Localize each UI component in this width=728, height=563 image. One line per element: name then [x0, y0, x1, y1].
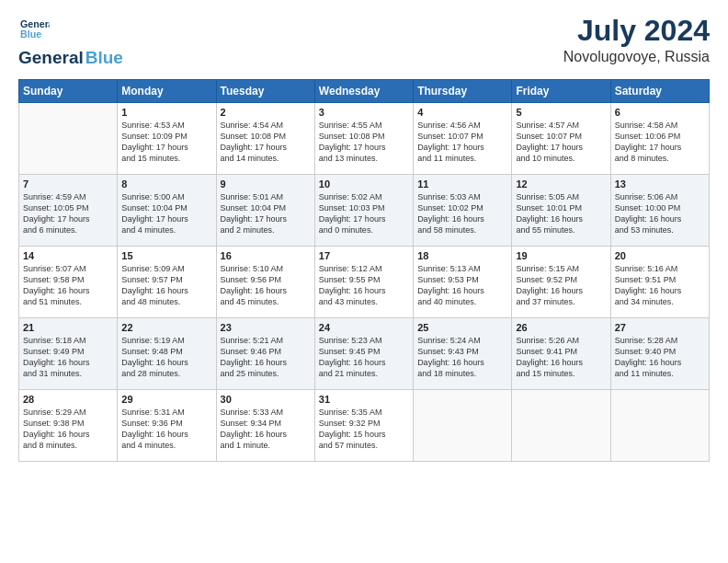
day-info: Sunrise: 5:31 AM Sunset: 9:36 PM Dayligh… [121, 407, 211, 452]
calendar-cell: 19Sunrise: 5:15 AM Sunset: 9:52 PM Dayli… [512, 247, 610, 318]
calendar-cell: 16Sunrise: 5:10 AM Sunset: 9:56 PM Dayli… [216, 247, 314, 318]
weekday-header-friday: Friday [512, 80, 610, 103]
day-number: 1 [121, 107, 211, 118]
calendar-cell: 5Sunrise: 4:57 AM Sunset: 10:07 PM Dayli… [512, 103, 610, 175]
day-number: 3 [319, 107, 409, 118]
day-number: 23 [221, 322, 311, 333]
calendar-cell: 4Sunrise: 4:56 AM Sunset: 10:07 PM Dayli… [414, 103, 512, 175]
day-number: 15 [121, 250, 211, 261]
calendar-cell: 8Sunrise: 5:00 AM Sunset: 10:04 PM Dayli… [118, 175, 216, 247]
weekday-header-thursday: Thursday [414, 80, 512, 103]
calendar-cell [610, 390, 709, 462]
day-info: Sunrise: 4:53 AM Sunset: 10:09 PM Daylig… [121, 120, 211, 165]
calendar-cell: 11Sunrise: 5:03 AM Sunset: 10:02 PM Dayl… [414, 175, 512, 247]
calendar-week-row: 14Sunrise: 5:07 AM Sunset: 9:58 PM Dayli… [19, 247, 710, 318]
day-info: Sunrise: 5:29 AM Sunset: 9:38 PM Dayligh… [23, 407, 113, 452]
day-number: 24 [319, 322, 409, 333]
day-info: Sunrise: 5:00 AM Sunset: 10:04 PM Daylig… [121, 191, 211, 236]
day-info: Sunrise: 5:16 AM Sunset: 9:51 PM Dayligh… [615, 263, 705, 308]
day-info: Sunrise: 5:28 AM Sunset: 9:40 PM Dayligh… [615, 335, 705, 380]
calendar-cell: 9Sunrise: 5:01 AM Sunset: 10:04 PM Dayli… [216, 175, 314, 247]
day-info: Sunrise: 4:54 AM Sunset: 10:08 PM Daylig… [221, 120, 311, 165]
weekday-header-monday: Monday [118, 80, 216, 103]
day-info: Sunrise: 5:26 AM Sunset: 9:41 PM Dayligh… [516, 335, 606, 380]
calendar-week-row: 28Sunrise: 5:29 AM Sunset: 9:38 PM Dayli… [19, 390, 710, 462]
day-number: 28 [23, 394, 113, 405]
day-number: 19 [516, 250, 606, 261]
day-info: Sunrise: 5:21 AM Sunset: 9:46 PM Dayligh… [221, 335, 311, 380]
day-info: Sunrise: 5:05 AM Sunset: 10:01 PM Daylig… [516, 191, 606, 236]
calendar-cell: 28Sunrise: 5:29 AM Sunset: 9:38 PM Dayli… [19, 390, 118, 462]
day-info: Sunrise: 4:55 AM Sunset: 10:08 PM Daylig… [319, 120, 409, 165]
calendar-cell [512, 390, 610, 462]
weekday-header-tuesday: Tuesday [216, 80, 314, 103]
weekday-header-saturday: Saturday [610, 80, 709, 103]
day-info: Sunrise: 5:24 AM Sunset: 9:43 PM Dayligh… [417, 335, 507, 380]
calendar-cell: 26Sunrise: 5:26 AM Sunset: 9:41 PM Dayli… [512, 318, 610, 390]
day-info: Sunrise: 5:09 AM Sunset: 9:57 PM Dayligh… [121, 263, 211, 308]
day-number: 30 [221, 394, 311, 405]
day-info: Sunrise: 5:10 AM Sunset: 9:56 PM Dayligh… [221, 263, 311, 308]
calendar-cell: 10Sunrise: 5:02 AM Sunset: 10:03 PM Dayl… [314, 175, 413, 247]
calendar-cell: 31Sunrise: 5:35 AM Sunset: 9:32 PM Dayli… [314, 390, 413, 462]
logo-blue: Blue [85, 48, 123, 68]
day-number: 5 [516, 107, 606, 118]
day-number: 18 [417, 250, 507, 261]
calendar-cell: 15Sunrise: 5:09 AM Sunset: 9:57 PM Dayli… [118, 247, 216, 318]
calendar-cell [19, 103, 118, 175]
calendar-cell: 12Sunrise: 5:05 AM Sunset: 10:01 PM Dayl… [512, 175, 610, 247]
calendar-cell: 20Sunrise: 5:16 AM Sunset: 9:51 PM Dayli… [610, 247, 709, 318]
day-info: Sunrise: 5:07 AM Sunset: 9:58 PM Dayligh… [23, 263, 113, 308]
logo-icon: General Blue [20, 15, 50, 44]
day-number: 10 [319, 178, 409, 190]
logo: General Blue General Blue [18, 15, 123, 68]
day-number: 7 [23, 178, 113, 190]
calendar-cell: 29Sunrise: 5:31 AM Sunset: 9:36 PM Dayli… [118, 390, 216, 462]
day-info: Sunrise: 5:12 AM Sunset: 9:55 PM Dayligh… [319, 263, 409, 308]
svg-text:Blue: Blue [20, 29, 41, 40]
weekday-header-sunday: Sunday [19, 80, 118, 103]
calendar-cell: 13Sunrise: 5:06 AM Sunset: 10:00 PM Dayl… [610, 175, 709, 247]
day-number: 17 [319, 250, 409, 261]
calendar-cell: 30Sunrise: 5:33 AM Sunset: 9:34 PM Dayli… [216, 390, 314, 462]
calendar-cell: 14Sunrise: 5:07 AM Sunset: 9:58 PM Dayli… [19, 247, 118, 318]
day-info: Sunrise: 5:35 AM Sunset: 9:32 PM Dayligh… [319, 407, 409, 452]
day-info: Sunrise: 5:15 AM Sunset: 9:52 PM Dayligh… [516, 263, 606, 308]
calendar-week-row: 7Sunrise: 4:59 AM Sunset: 10:05 PM Dayli… [19, 175, 710, 247]
calendar-cell: 21Sunrise: 5:18 AM Sunset: 9:49 PM Dayli… [19, 318, 118, 390]
day-number: 13 [615, 178, 705, 190]
day-number: 9 [221, 178, 311, 190]
calendar-table: SundayMondayTuesdayWednesdayThursdayFrid… [18, 79, 710, 462]
weekday-header-wednesday: Wednesday [314, 80, 413, 103]
calendar-cell: 3Sunrise: 4:55 AM Sunset: 10:08 PM Dayli… [314, 103, 413, 175]
day-info: Sunrise: 4:59 AM Sunset: 10:05 PM Daylig… [23, 191, 113, 236]
day-info: Sunrise: 4:57 AM Sunset: 10:07 PM Daylig… [516, 120, 606, 165]
calendar-cell: 22Sunrise: 5:19 AM Sunset: 9:48 PM Dayli… [118, 318, 216, 390]
calendar-cell: 23Sunrise: 5:21 AM Sunset: 9:46 PM Dayli… [216, 318, 314, 390]
calendar-cell: 17Sunrise: 5:12 AM Sunset: 9:55 PM Dayli… [314, 247, 413, 318]
day-number: 20 [615, 250, 705, 261]
logo-general: General [18, 48, 84, 68]
day-number: 16 [221, 250, 311, 261]
day-info: Sunrise: 5:02 AM Sunset: 10:03 PM Daylig… [319, 191, 409, 236]
day-info: Sunrise: 5:01 AM Sunset: 10:04 PM Daylig… [221, 191, 311, 236]
calendar-cell: 7Sunrise: 4:59 AM Sunset: 10:05 PM Dayli… [19, 175, 118, 247]
day-number: 26 [516, 322, 606, 333]
day-info: Sunrise: 4:58 AM Sunset: 10:06 PM Daylig… [615, 120, 705, 165]
weekday-header-row: SundayMondayTuesdayWednesdayThursdayFrid… [19, 80, 710, 103]
day-info: Sunrise: 4:56 AM Sunset: 10:07 PM Daylig… [417, 120, 507, 165]
calendar-cell: 2Sunrise: 4:54 AM Sunset: 10:08 PM Dayli… [216, 103, 314, 175]
month-year-title: July 2024 [563, 15, 710, 47]
calendar-cell: 1Sunrise: 4:53 AM Sunset: 10:09 PM Dayli… [118, 103, 216, 175]
day-info: Sunrise: 5:06 AM Sunset: 10:00 PM Daylig… [615, 191, 705, 236]
page-header: General Blue General Blue July 2024 Novo… [18, 15, 710, 68]
calendar-cell: 27Sunrise: 5:28 AM Sunset: 9:40 PM Dayli… [610, 318, 709, 390]
day-number: 8 [121, 178, 211, 190]
day-number: 11 [417, 178, 507, 190]
day-info: Sunrise: 5:19 AM Sunset: 9:48 PM Dayligh… [121, 335, 211, 380]
title-block: July 2024 Novolugovoye, Russia [563, 15, 710, 65]
calendar-cell [414, 390, 512, 462]
day-number: 21 [23, 322, 113, 333]
location-title: Novolugovoye, Russia [563, 49, 710, 65]
day-info: Sunrise: 5:13 AM Sunset: 9:53 PM Dayligh… [417, 263, 507, 308]
